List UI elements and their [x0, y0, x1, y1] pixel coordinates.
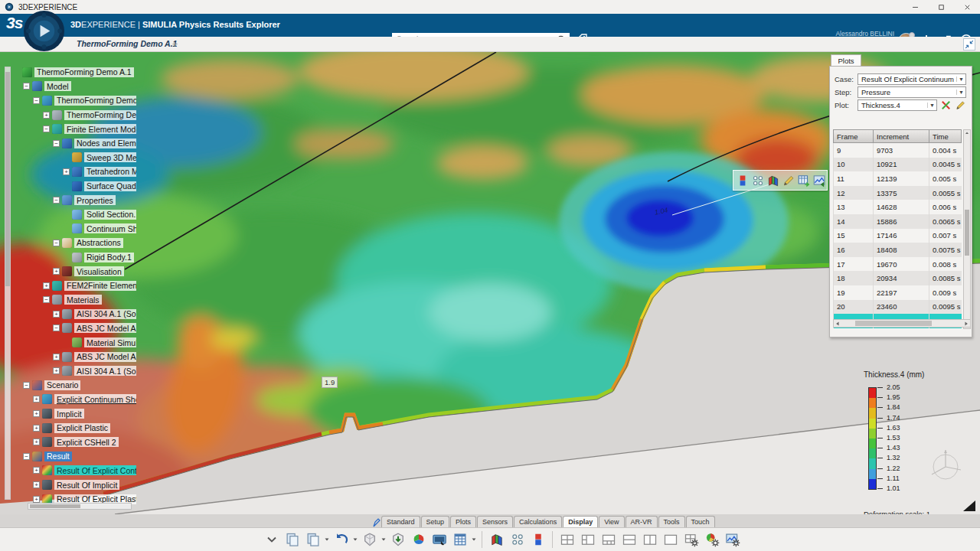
contour-plot-icon[interactable]	[487, 530, 506, 549]
image-export-icon[interactable]	[812, 174, 826, 187]
dropdown-caret-icon[interactable]	[471, 530, 477, 549]
tree-item[interactable]: +Implicit	[13, 406, 136, 421]
tree-item-label[interactable]: FEM2Finite Element M	[64, 281, 136, 291]
tree-item-label[interactable]: Properties	[74, 195, 116, 205]
part-import-icon[interactable]	[388, 530, 407, 549]
tree-item[interactable]: +Tetrahedron Me	[13, 165, 136, 179]
ribbon-tab-ar-vr[interactable]: AR-VR	[626, 516, 658, 527]
column-header-time[interactable]: Time	[929, 129, 962, 143]
tree-item-label[interactable]: ThermoForming Demo_D	[54, 96, 136, 106]
chevron-down-icon[interactable]	[262, 530, 281, 549]
frame-row[interactable]: 20234600.0095 s	[833, 300, 962, 315]
collapse-expander-icon[interactable]: −	[53, 324, 60, 331]
tree-item[interactable]: −ABS JC Model A.1 (	[13, 321, 136, 336]
frame-row[interactable]: 18209340.0085 s	[833, 271, 962, 285]
plot-symbol-icon[interactable]	[940, 99, 952, 111]
table-export-icon[interactable]	[797, 174, 811, 187]
layout-rows-icon[interactable]	[619, 530, 639, 549]
dots-grid-icon[interactable]	[508, 530, 527, 549]
layout-cols-icon[interactable]	[640, 530, 659, 549]
tree-item-label[interactable]: Sweep 3D Mesh	[84, 152, 136, 162]
dropdown-caret-icon[interactable]	[352, 530, 358, 549]
frame-row[interactable]: 19221970.009 s	[833, 285, 962, 300]
tree-item[interactable]: Continuum Shell	[13, 222, 136, 236]
collapse-expander-icon[interactable]: −	[23, 382, 30, 389]
viewport-resize-grip[interactable]	[963, 500, 975, 511]
expand-expander-icon[interactable]: +	[33, 439, 40, 445]
render-settings-icon[interactable]	[702, 530, 721, 549]
paste-icon[interactable]	[303, 530, 322, 549]
tree-item-label[interactable]: Finite Element Model0	[64, 124, 136, 134]
tree-item[interactable]: −Nodes and Element	[13, 136, 136, 151]
tab-thermoforming-demo[interactable]: ThermoForming Demo A.1	[77, 39, 177, 48]
pencil-icon[interactable]	[782, 174, 795, 187]
tree-item-label[interactable]: Explicit Plastic	[54, 423, 110, 433]
tree-item-label[interactable]: ThermoForming Demo	[64, 110, 136, 120]
frame-row[interactable]: 13146280.006 s	[833, 200, 962, 214]
tree-item-label[interactable]: Result Of Explicit Continu	[54, 465, 136, 475]
dots-grid-icon[interactable]	[751, 174, 765, 187]
tree-item[interactable]: +AISI 304 A.1 (Solid S	[13, 364, 136, 378]
tree-item[interactable]: Solid Section.1	[13, 207, 136, 222]
expand-expander-icon[interactable]: +	[43, 112, 50, 119]
pencil-icon[interactable]	[955, 99, 966, 111]
tree-item[interactable]: +FEM2Finite Element M	[13, 279, 136, 293]
tree-item-label[interactable]: Scenario	[44, 380, 80, 390]
case-select[interactable]: Result Of Explicit Continuum Shell ▼	[858, 73, 966, 85]
collapse-expander-icon[interactable]: −	[33, 97, 40, 104]
frame-row[interactable]: 15171460.007 s	[833, 229, 962, 243]
expand-expander-icon[interactable]: +	[33, 396, 40, 403]
step-select[interactable]: Pressure ▼	[858, 86, 966, 98]
expand-expander-icon[interactable]: +	[33, 467, 40, 474]
tree-item-label[interactable]: Result	[44, 452, 72, 461]
scroll-right-icon[interactable]	[962, 320, 970, 327]
tree-item[interactable]: +Explicit Continuum Shell	[13, 393, 136, 407]
expand-expander-icon[interactable]: +	[63, 168, 70, 175]
minimize-button[interactable]	[902, 0, 928, 14]
undo-icon[interactable]	[332, 530, 351, 549]
expand-expander-icon[interactable]: +	[33, 410, 40, 417]
maximize-button[interactable]	[928, 0, 954, 14]
tree-item-label[interactable]: Rigid Body.1	[84, 253, 134, 262]
tree-item[interactable]: Material Simulat	[13, 335, 136, 350]
expand-expander-icon[interactable]: +	[33, 496, 40, 503]
collapse-expander-icon[interactable]: −	[43, 296, 50, 303]
plots-panel-tab[interactable]: Plots	[831, 54, 861, 67]
tree-item[interactable]: +Result Of Explicit Continu	[13, 464, 136, 478]
new-tab-button[interactable]: +	[172, 39, 178, 50]
tree-item-label[interactable]: Solid Section.1	[84, 210, 136, 220]
ribbon-tab-standard[interactable]: Standard	[381, 516, 420, 527]
ribbon-tab-view[interactable]: View	[599, 516, 624, 527]
collapse-panel-icon[interactable]	[963, 38, 975, 51]
contour-plot-icon[interactable]	[766, 174, 780, 187]
tree-horizontal-scrollbar[interactable]	[28, 503, 132, 510]
tree-vertical-scrollbar[interactable]	[5, 67, 11, 500]
tree-item[interactable]: +Explicit Plastic	[13, 421, 136, 435]
tree-item[interactable]: −Abstractions	[13, 236, 136, 250]
layout-left-split-icon[interactable]	[578, 530, 597, 549]
layout-bottom-split-icon[interactable]	[599, 530, 618, 549]
tree-item-label[interactable]: Tetrahedron Me	[84, 167, 136, 177]
frame-row[interactable]: 11121390.005 s	[833, 171, 962, 186]
tree-item[interactable]: −Properties	[13, 193, 136, 207]
tree-item[interactable]: +AISI 304 A.1 (Solid S	[13, 307, 136, 321]
copy-icon[interactable]	[283, 530, 302, 549]
collapse-expander-icon[interactable]: −	[53, 140, 60, 147]
tree-item-label[interactable]: Result Of Implicit	[54, 480, 119, 490]
collapse-expander-icon[interactable]: −	[53, 240, 60, 246]
tree-item-label[interactable]: Nodes and Element	[74, 139, 136, 148]
tree-item[interactable]: +Visualisation	[13, 264, 136, 279]
chevron-down-icon[interactable]: ▼	[927, 103, 936, 108]
ribbon-tab-setup[interactable]: Setup	[421, 516, 450, 527]
3d-compass[interactable]	[23, 10, 65, 52]
frame-row[interactable]: 17196700.008 s	[833, 257, 962, 272]
tree-item[interactable]: +Explicit CSHell 2	[13, 435, 136, 449]
ribbon-tab-touch[interactable]: Touch	[686, 516, 715, 527]
ribbon-tab-display[interactable]: Display	[563, 516, 598, 527]
chevron-down-icon[interactable]: ▼	[956, 90, 965, 95]
tree-item-label[interactable]: Abstractions	[74, 238, 123, 248]
tree-item[interactable]: −Materials	[13, 293, 136, 308]
data-table-icon[interactable]	[450, 530, 469, 549]
tree-item[interactable]: Rigid Body.1	[13, 250, 136, 265]
tree-item[interactable]: −Finite Element Model0	[13, 122, 136, 136]
